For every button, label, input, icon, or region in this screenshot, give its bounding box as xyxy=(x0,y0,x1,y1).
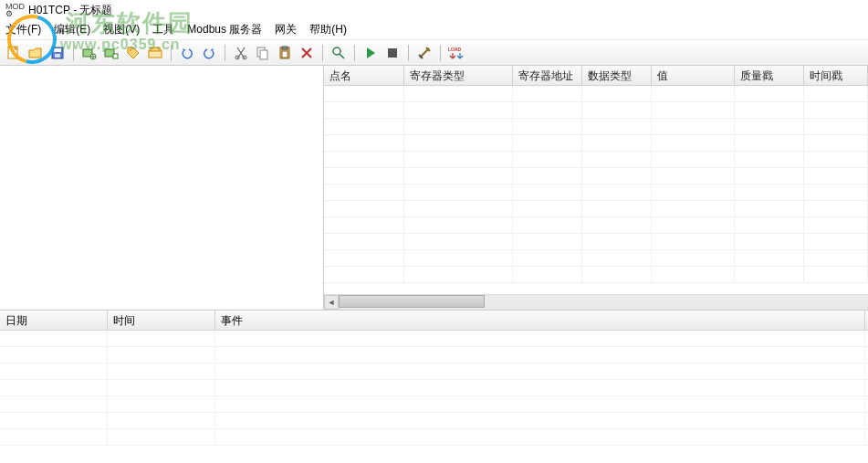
toolbar: LOAD xyxy=(0,40,868,66)
svg-rect-14 xyxy=(260,50,267,59)
grid-row xyxy=(324,201,868,217)
toolbar-separator xyxy=(440,45,441,61)
log-col-time[interactable]: 时间 xyxy=(108,310,215,330)
svg-rect-17 xyxy=(282,51,288,58)
grid-row xyxy=(324,86,868,102)
col-register-addr[interactable]: 寄存器地址 xyxy=(513,66,582,85)
log-row xyxy=(0,347,868,363)
log-row xyxy=(0,429,868,446)
toolbar-separator xyxy=(322,45,323,61)
menu-help[interactable]: 帮助(H) xyxy=(309,22,347,37)
log-header: 日期 时间 事件 xyxy=(0,310,868,331)
load-button[interactable]: LOAD xyxy=(448,45,465,61)
paste-button[interactable] xyxy=(277,45,293,61)
log-row xyxy=(0,396,868,413)
svg-rect-16 xyxy=(282,47,288,49)
menu-edit[interactable]: 编辑(E) xyxy=(54,22,90,37)
grid-row xyxy=(324,217,868,234)
log-row xyxy=(0,380,868,396)
data-grid: 点名 寄存器类型 寄存器地址 数据类型 值 质量戳 时间戳 ◄ xyxy=(324,66,868,310)
save-button[interactable] xyxy=(49,45,66,61)
toolbar-separator xyxy=(225,45,225,61)
col-quality[interactable]: 质量戳 xyxy=(735,66,804,85)
svg-rect-3 xyxy=(55,54,60,58)
tag-group-button[interactable] xyxy=(147,45,163,61)
grid-body[interactable] xyxy=(324,86,868,295)
toolbar-separator xyxy=(354,45,355,61)
col-data-type[interactable]: 数据类型 xyxy=(582,66,652,85)
grid-row xyxy=(324,234,868,250)
grid-row xyxy=(324,152,868,168)
app-icon: MOD⚙ xyxy=(5,3,25,17)
menu-tools[interactable]: 工具 xyxy=(152,22,174,37)
log-col-event[interactable]: 事件 xyxy=(215,310,865,330)
svg-rect-10 xyxy=(151,47,160,51)
svg-text:LOAD: LOAD xyxy=(448,47,462,52)
new-document-button[interactable] xyxy=(5,45,22,61)
add-device-button[interactable] xyxy=(81,45,98,61)
toolbar-separator xyxy=(408,45,409,61)
svg-rect-7 xyxy=(113,54,118,58)
log-col-date[interactable]: 日期 xyxy=(0,310,108,330)
grid-row xyxy=(324,250,868,267)
log-row xyxy=(0,331,868,347)
title-bar: MOD⚙ H01TCP - 无标题 xyxy=(0,0,868,20)
svg-rect-2 xyxy=(54,48,61,52)
log-row xyxy=(0,413,868,429)
svg-rect-19 xyxy=(388,48,397,58)
log-row xyxy=(0,363,868,380)
open-button[interactable] xyxy=(27,45,44,61)
window-title: H01TCP - 无标题 xyxy=(28,3,112,18)
menu-view[interactable]: 视图(V) xyxy=(103,22,140,37)
scroll-track[interactable] xyxy=(339,295,868,310)
horizontal-scrollbar[interactable]: ◄ xyxy=(324,295,868,310)
svg-point-18 xyxy=(333,47,340,55)
grid-row xyxy=(324,119,868,135)
toolbar-separator xyxy=(171,45,172,61)
col-timestamp[interactable]: 时间戳 xyxy=(804,66,868,85)
menu-file[interactable]: 文件(F) xyxy=(5,22,41,37)
col-point-name[interactable]: 点名 xyxy=(324,66,404,85)
grid-row xyxy=(324,267,868,283)
redo-button[interactable] xyxy=(201,45,217,61)
delete-button[interactable] xyxy=(298,45,315,61)
cut-button[interactable] xyxy=(233,45,249,61)
run-button[interactable] xyxy=(362,45,379,61)
scroll-left-arrow[interactable]: ◄ xyxy=(324,295,339,310)
main-area: 点名 寄存器类型 寄存器地址 数据类型 值 质量戳 时间戳 ◄ xyxy=(0,66,868,310)
device-settings-button[interactable] xyxy=(103,45,120,61)
tools-button[interactable] xyxy=(416,45,433,61)
log-pane: 日期 时间 事件 xyxy=(0,310,868,462)
add-tag-button[interactable] xyxy=(125,45,141,61)
grid-row xyxy=(324,135,868,152)
scroll-thumb[interactable] xyxy=(339,295,485,308)
grid-row xyxy=(324,184,868,201)
grid-header: 点名 寄存器类型 寄存器地址 数据类型 值 质量戳 时间戳 xyxy=(324,66,868,86)
find-button[interactable] xyxy=(330,45,347,61)
tree-pane[interactable] xyxy=(0,66,324,310)
menu-gateway[interactable]: 网关 xyxy=(275,22,297,37)
stop-button[interactable] xyxy=(384,45,401,61)
toolbar-separator xyxy=(73,45,74,61)
menu-modbus[interactable]: Modbus 服务器 xyxy=(187,22,262,37)
menu-bar: 文件(F) 编辑(E) 视图(V) 工具 Modbus 服务器 网关 帮助(H) xyxy=(0,20,868,40)
grid-row xyxy=(324,168,868,184)
col-value[interactable]: 值 xyxy=(652,66,736,85)
log-body[interactable] xyxy=(0,331,868,462)
copy-button[interactable] xyxy=(255,45,271,61)
grid-row xyxy=(324,102,868,119)
col-register-type[interactable]: 寄存器类型 xyxy=(404,66,514,85)
svg-point-8 xyxy=(130,49,131,51)
undo-button[interactable] xyxy=(179,45,195,61)
